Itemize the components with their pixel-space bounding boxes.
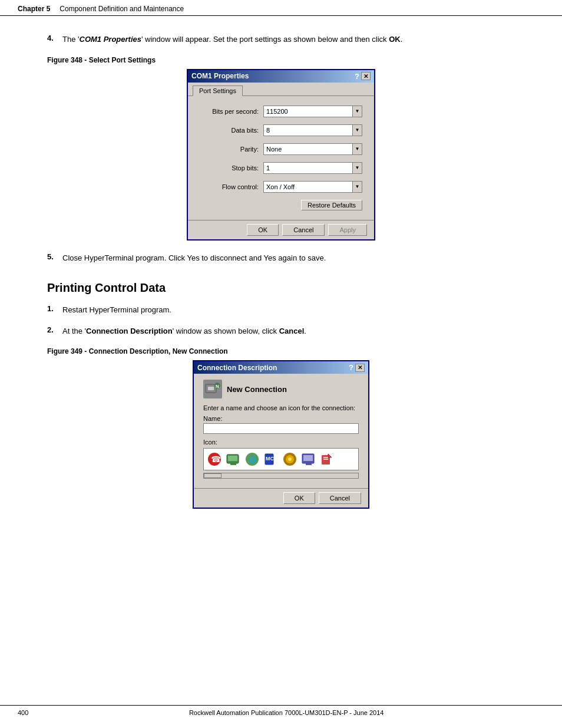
- conn-dialog-wrapper: Connection Description ? ✕ N: [47, 360, 515, 509]
- data-bits-value: 8: [264, 126, 352, 134]
- conn-titlebar-icons: ? ✕: [349, 363, 365, 372]
- icon-list: ☎ 🌐: [203, 448, 359, 470]
- svg-text:🌐: 🌐: [249, 456, 257, 463]
- flow-control-row: Flow control: Xon / Xoff ▼: [200, 181, 362, 193]
- step-5-number: 5.: [47, 252, 59, 261]
- page-number: 400: [18, 709, 28, 716]
- com1-dialog-footer: OK Cancel Apply: [188, 220, 374, 239]
- new-connection-icon: N: [203, 380, 222, 398]
- step-2-text: At the 'Connection Description' window a…: [62, 325, 306, 337]
- flow-control-label: Flow control:: [200, 183, 259, 190]
- svg-rect-17: [303, 455, 313, 461]
- step-4: 4. The 'COM1 Properties' window will app…: [47, 34, 515, 45]
- data-bits-label: Data bits:: [200, 127, 259, 134]
- svg-text:☎: ☎: [211, 454, 221, 464]
- bits-per-second-row: Bits per second: 115200 ▼: [200, 106, 362, 117]
- dialog-body: Bits per second: 115200 ▼ Data bits: 8 ▼…: [188, 95, 374, 220]
- icon-label: Icon:: [203, 439, 359, 446]
- svg-rect-18: [306, 463, 312, 465]
- svg-marker-22: [328, 454, 332, 457]
- step-1-text: Restart HyperTerminal program.: [62, 304, 171, 316]
- icon-item-6[interactable]: [300, 451, 317, 467]
- new-connection-row: N New Connection: [203, 380, 359, 398]
- step-2: 2. At the 'Connection Description' windo…: [47, 325, 515, 337]
- name-label: Name:: [203, 415, 359, 422]
- main-content: 4. The 'COM1 Properties' window will app…: [0, 16, 562, 544]
- apply-button[interactable]: Apply: [328, 224, 367, 236]
- icon-item-5[interactable]: [282, 451, 298, 467]
- conn-help-icon[interactable]: ?: [349, 363, 353, 372]
- restore-defaults-button[interactable]: Restore Defaults: [301, 200, 362, 210]
- flow-control-select[interactable]: Xon / Xoff ▼: [263, 181, 362, 193]
- conn-titlebar: Connection Description ? ✕: [194, 361, 368, 374]
- section-heading: Printing Control Data: [47, 281, 515, 295]
- ok-button[interactable]: OK: [247, 224, 279, 236]
- icon-item-2[interactable]: [225, 451, 242, 467]
- stop-bits-label: Stop bits:: [200, 164, 259, 172]
- icon-scrollbar-thumb[interactable]: [204, 473, 222, 478]
- svg-rect-1: [208, 387, 214, 390]
- page-header: Chapter 5 Component Definition and Maint…: [0, 0, 562, 16]
- stop-bits-select[interactable]: 1 ▼: [263, 162, 362, 174]
- close-button[interactable]: ✕: [361, 72, 371, 80]
- data-bits-select[interactable]: 8 ▼: [263, 124, 362, 136]
- bits-per-second-value: 115200: [264, 107, 352, 116]
- icon-item-1[interactable]: ☎: [206, 451, 223, 467]
- stop-bits-value: 1: [264, 164, 352, 172]
- icon-item-7[interactable]: [319, 451, 336, 467]
- ok-bold: OK: [389, 35, 401, 44]
- com1-title-text: COM1 Properties: [191, 72, 249, 80]
- conn-desc: Enter a name and choose an icon for the …: [203, 404, 359, 411]
- port-settings-tab[interactable]: Port Settings: [193, 85, 243, 96]
- step-4-text: The 'COM1 Properties' window will appear…: [62, 34, 402, 45]
- parity-select[interactable]: None ▼: [263, 143, 362, 155]
- cancel-bold: Cancel: [279, 327, 305, 335]
- chapter-subtitle: Component Definition and Maintenance: [59, 5, 184, 13]
- icon-item-3[interactable]: 🌐: [244, 451, 260, 467]
- step-1: 1. Restart HyperTerminal program.: [47, 304, 515, 316]
- conn-ok-button[interactable]: OK: [283, 492, 315, 504]
- dialog-tabs: Port Settings: [188, 83, 374, 95]
- svg-text:MCI: MCI: [266, 456, 276, 462]
- conn-dialog-footer: OK Cancel: [194, 488, 368, 508]
- icon-item-4[interactable]: MCI: [263, 451, 279, 467]
- conn-title-text: Connection Description: [197, 364, 277, 372]
- flow-control-value: Xon / Xoff: [264, 183, 352, 191]
- parity-row: Parity: None ▼: [200, 143, 362, 155]
- step-5: 5. Close HyperTerminal program. Click Ye…: [47, 252, 515, 264]
- chapter-label: Chapter 5: [18, 5, 50, 13]
- com1-dialog: COM1 Properties ? ✕ Port Settings Bits p…: [187, 69, 375, 241]
- connection-description-bold: Connection Description: [86, 327, 173, 335]
- conn-cancel-button[interactable]: Cancel: [319, 492, 361, 504]
- figure-348-caption: Figure 348 - Select Port Settings: [47, 56, 515, 64]
- conn-close-button[interactable]: ✕: [355, 364, 365, 372]
- bits-per-second-arrow[interactable]: ▼: [352, 106, 362, 117]
- step-1-number: 1.: [47, 304, 59, 313]
- stop-bits-arrow[interactable]: ▼: [352, 163, 362, 173]
- name-input[interactable]: [203, 423, 359, 434]
- restore-defaults-row: Restore Defaults: [200, 200, 362, 210]
- help-icon[interactable]: ?: [355, 72, 359, 81]
- figure-349-caption: Figure 349 - Connection Description, New…: [47, 347, 515, 355]
- parity-arrow[interactable]: ▼: [352, 144, 362, 154]
- flow-control-arrow[interactable]: ▼: [352, 182, 362, 192]
- footer-center-text: Rockwell Automation Publication 7000L-UM…: [189, 709, 384, 716]
- parity-value: None: [264, 145, 352, 153]
- page-footer: 400 Rockwell Automation Publication 7000…: [0, 705, 562, 716]
- com1-properties-bold-italic: COM1 Properties: [80, 35, 141, 44]
- svg-text:N: N: [216, 384, 219, 389]
- data-bits-arrow[interactable]: ▼: [352, 125, 362, 136]
- step-5-text: Close HyperTerminal program. Click Yes t…: [62, 252, 326, 264]
- parity-label: Parity:: [200, 146, 259, 153]
- conn-dialog-body: N New Connection Enter a name and choose…: [194, 374, 368, 488]
- cancel-button[interactable]: Cancel: [282, 224, 325, 236]
- data-bits-row: Data bits: 8 ▼: [200, 124, 362, 136]
- icon-scrollbar[interactable]: [203, 473, 359, 479]
- com1-titlebar: COM1 Properties ? ✕: [188, 70, 374, 83]
- com1-dialog-wrapper: COM1 Properties ? ✕ Port Settings Bits p…: [47, 69, 515, 241]
- svg-rect-7: [228, 456, 237, 461]
- titlebar-icons: ? ✕: [355, 72, 371, 81]
- bits-per-second-select[interactable]: 115200 ▼: [263, 106, 362, 117]
- step-2-number: 2.: [47, 325, 59, 334]
- new-connection-label: New Connection: [227, 385, 287, 394]
